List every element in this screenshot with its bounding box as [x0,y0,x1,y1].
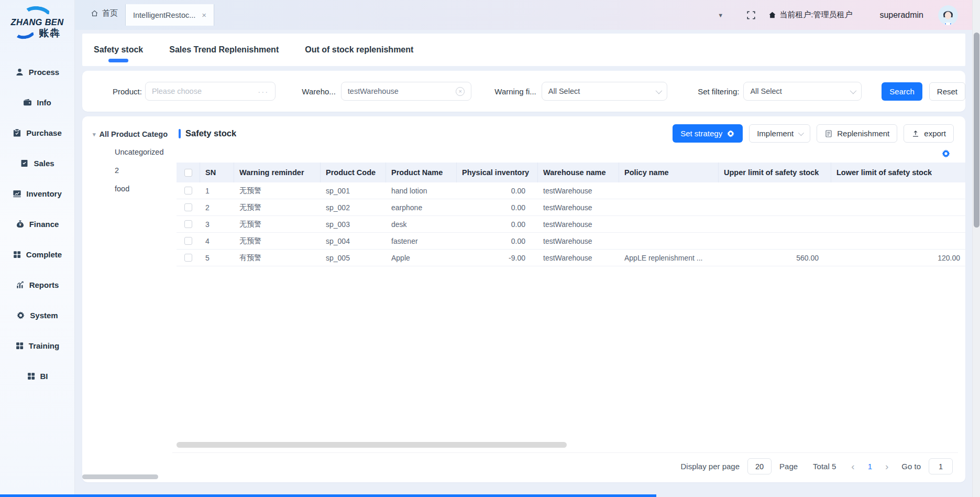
total-count: Total 5 [813,462,836,471]
row-checkbox[interactable] [184,203,192,211]
set-filtering-select[interactable]: All Select [743,82,862,101]
warning-filter-select[interactable]: All Select [542,82,667,101]
sidebar-item-label: Reports [29,280,59,289]
sidebar-item[interactable]: Reports [0,269,74,300]
clear-icon[interactable]: × [456,87,465,96]
sidebar-item[interactable]: System [0,300,74,330]
tab[interactable]: Out of stock replenishment [305,45,413,55]
row-checkbox[interactable] [184,254,192,262]
sidebar-item[interactable]: Process [0,57,74,87]
column-header[interactable]: SN [200,163,234,182]
table-row[interactable]: 3 无预警 sp_003 desk 0.00 testWarehouse [177,216,965,233]
tree-root-all-product-categories[interactable]: ▾ All Product Catego [93,130,175,138]
warning-filter-value: All Select [548,87,656,95]
cell-product-code: sp_004 [321,237,386,245]
set-strategy-button[interactable]: Set strategy [673,124,743,143]
column-header[interactable]: Policy name [619,163,719,182]
bottom-accent-bar [0,494,656,497]
sidebar-item[interactable]: Purchase [0,117,74,148]
reset-button[interactable]: Reset [929,82,965,101]
logo-name-cn: 账犇 [39,26,61,40]
table-row[interactable]: 4 无预警 sp_004 fastener 0.00 testWarehouse [177,233,965,250]
sidebar-item[interactable]: Info [0,87,74,117]
product-input[interactable] [152,87,258,95]
table-row[interactable]: 5 有预警 sp_005 Apple -9.00 testWarehouse A… [177,250,965,266]
chevron-down-icon[interactable]: ▼ [718,12,723,18]
goto-page-input[interactable] [929,458,953,474]
column-header[interactable]: Physical inventory [457,163,538,182]
table-body: 1 无预警 sp_001 hand lotion 0.00 testWareho… [177,182,965,266]
line-chart-icon [13,189,21,198]
cell-product-code: sp_002 [321,203,386,212]
cell-product-code: sp_005 [321,254,386,262]
row-select-cell [177,216,200,232]
column-header[interactable]: Lower limit of safety stock [831,163,965,182]
tree-item[interactable]: food [115,185,175,193]
search-button[interactable]: Search [882,82,922,101]
warehouse-input[interactable] [348,87,456,95]
sidebar-item[interactable]: ¥ Finance [0,209,74,239]
document-icon [824,129,833,138]
tab[interactable]: Safety stock [94,45,143,55]
row-select-cell [177,233,200,249]
sidebar-item[interactable]: Training [0,330,74,361]
row-checkbox[interactable] [184,187,192,195]
module-tabs-card: Safety stock Sales Trend Replenishment O… [82,34,965,66]
previous-page-icon[interactable]: ‹ [849,461,856,472]
username[interactable]: superadmin [879,10,923,20]
cell-warning-reminder: 无预警 [234,236,321,246]
sidebar-item[interactable]: Inventory [0,178,74,209]
sidebar-item[interactable]: Complete [0,239,74,269]
tree-item[interactable]: Uncategorized [115,148,175,156]
select-all-cell [177,163,200,182]
column-header[interactable]: Warning reminder [234,163,321,182]
row-checkbox[interactable] [184,220,192,228]
current-page[interactable]: 1 [865,462,875,471]
tab[interactable]: Sales Trend Replenishment [169,45,279,55]
cell-lower-limit: 120.00 [831,254,965,262]
warehouse-label: Wareho... [302,87,335,96]
fullscreen-icon[interactable] [746,10,756,20]
open-page-tab-label: IntelligentRestoc... [133,11,195,19]
select-all-checkbox[interactable] [184,169,192,177]
warehouse-picker[interactable]: × [341,82,471,101]
table-horizontal-scrollbar[interactable] [177,442,567,448]
column-settings-gear-icon[interactable] [941,149,951,158]
row-checkbox[interactable] [184,237,192,245]
next-page-icon[interactable]: › [883,461,890,472]
vertical-scrollbar-thumb[interactable] [974,33,979,228]
sidebar-item[interactable]: BI [0,361,74,391]
home-breadcrumb[interactable]: 首页 [91,8,118,18]
page-size-input[interactable] [747,458,772,474]
column-header[interactable]: Product Name [386,163,457,182]
sidebar-item-label: Inventory [26,189,62,198]
cell-physical-inventory: 0.00 [457,203,538,212]
panel-title: Safety stock [179,128,236,138]
vertical-scrollbar-track[interactable] [972,0,980,497]
warning-filter-label: Warning fi... [494,87,536,96]
open-page-tab[interactable]: IntelligentRestoc... × [125,4,214,26]
export-icon [911,129,920,138]
gear-icon [16,311,25,320]
page-horizontal-scrollbar-thumb[interactable] [82,474,158,479]
table-row[interactable]: 1 无预警 sp_001 hand lotion 0.00 testWareho… [177,182,965,199]
table-row[interactable]: 2 无预警 sp_002 earphone 0.00 testWarehouse [177,199,965,216]
implement-button[interactable]: Implement [749,124,810,143]
replenishment-button[interactable]: Replenishment [817,124,897,143]
close-icon[interactable]: × [202,11,206,19]
product-picker[interactable]: ··· [145,82,276,101]
column-header[interactable]: Warehouse name [538,163,619,182]
column-header[interactable]: Upper limit of safety stock [719,163,831,182]
avatar[interactable] [938,5,958,25]
row-select-cell [177,182,200,199]
export-button[interactable]: export [904,124,954,143]
goto-label: Go to [901,462,921,471]
cell-physical-inventory: 0.00 [457,187,538,195]
clipboard-check-icon [13,128,21,137]
column-header[interactable]: Product Code [321,163,386,182]
caret-down-icon[interactable]: ▾ [93,131,96,138]
wallet-icon [23,98,32,107]
tree-item[interactable]: 2 [115,166,175,175]
sidebar-item[interactable]: Sales [0,148,74,178]
ellipsis-icon[interactable]: ··· [258,87,269,96]
